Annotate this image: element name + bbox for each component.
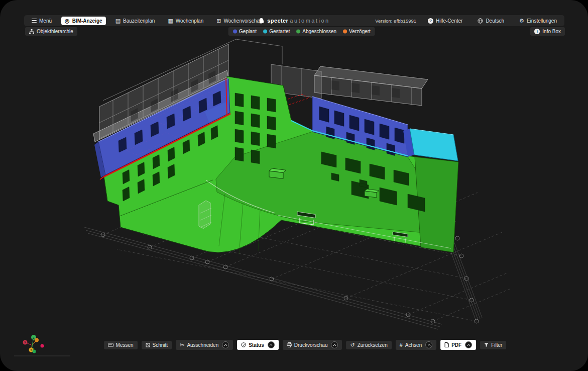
reset-button[interactable]: ↺ Zurücksetzen (346, 341, 391, 349)
menu-button[interactable]: Menü (28, 17, 55, 25)
object-hierarchy-button[interactable]: Objekthierarchie (25, 27, 77, 36)
section-button[interactable]: Schnitt (142, 341, 172, 349)
abgeschlossen-dot (296, 29, 300, 34)
chevron-up-icon (427, 344, 431, 346)
gizmo-orange-axis (35, 338, 39, 342)
filter-button[interactable]: Filter (480, 341, 506, 349)
legend-abgeschlossen: Abgeschlossen (296, 29, 336, 34)
wireframe-floors-right (314, 66, 428, 106)
chevron-up-icon (467, 344, 471, 346)
info-icon: i (534, 29, 540, 34)
bottom-toolbar: Messen Schnitt ✂ Ausschneiden Status (104, 340, 507, 350)
week-plan-icon: ▦ (168, 18, 173, 24)
section-icon (146, 343, 150, 347)
legend-geplant: Geplant (232, 29, 257, 34)
legend-gestartet: Gestartet (263, 29, 290, 34)
bim-viewport[interactable]: Z X Y (0, 0, 588, 371)
tab-wochenplan[interactable]: ▦ Wochenplan (164, 17, 207, 25)
reset-icon: ↺ (350, 342, 355, 348)
hierarchy-icon (29, 29, 34, 34)
settings-button[interactable]: ⚙ Einstellungen (516, 17, 560, 25)
axes-grid-icon: # (400, 342, 403, 348)
building-model[interactable] (93, 39, 458, 254)
tab-bim-anzeige[interactable]: ◎ BIM-Anzeige (61, 17, 106, 25)
print-expand-button[interactable] (331, 341, 338, 348)
version-label: Version: efbb15991 (375, 18, 416, 24)
verzoegert-dot (342, 29, 347, 34)
status-expand-button[interactable] (268, 341, 275, 348)
menu-icon (32, 19, 37, 23)
app-logo: specter automation (259, 18, 329, 24)
week-preview-icon: ⊞ (216, 18, 221, 24)
check-circle-icon (241, 342, 246, 347)
topbar: Menü ◎ BIM-Anzeige ▤ Bauzeitenplan ▦ Woc… (24, 15, 564, 26)
axes-button[interactable]: # Achsen (396, 340, 436, 350)
print-preview-button[interactable]: Druckvorschau (283, 340, 342, 350)
chevron-up-icon (224, 344, 227, 346)
legend-verzoegert: Verzögert (342, 29, 371, 34)
gear-icon: ⚙ (519, 18, 524, 24)
chevron-up-icon (269, 344, 273, 346)
cut-button[interactable]: ✂ Ausschneiden (176, 340, 233, 350)
main-nav: Menü ◎ BIM-Anzeige ▤ Bauzeitenplan ▦ Woc… (28, 17, 266, 25)
geplant-dot (232, 29, 237, 34)
measure-button[interactable]: Messen (104, 341, 138, 349)
help-icon: ? (428, 18, 433, 24)
gestartet-dot (263, 29, 267, 34)
gizmo-magenta-axis (41, 344, 44, 348)
pdf-button[interactable]: PDF (440, 340, 476, 350)
globe-icon (478, 18, 483, 24)
filter-icon (484, 343, 489, 347)
axis-gizmo[interactable]: Z X Y (23, 335, 44, 353)
language-button[interactable]: Deutsch (474, 17, 508, 25)
status-legend: Geplant Gestartet Abgeschlossen Verzöger… (228, 27, 375, 36)
axes-expand-button[interactable] (425, 341, 432, 348)
gizmo-green2-axis (33, 350, 36, 353)
info-box-button[interactable]: i Info Box (530, 27, 565, 36)
tab-wochenvorschau[interactable]: ⊞ Wochenvorschau (213, 17, 266, 25)
scissors-icon: ✂ (180, 342, 184, 348)
svg-text:Z: Z (33, 336, 34, 339)
chevron-up-icon (333, 344, 336, 346)
help-center-button[interactable]: ? Hilfe-Center (424, 17, 466, 25)
printer-icon (287, 342, 292, 347)
cut-expand-button[interactable] (222, 341, 229, 348)
topbar-right: Version: efbb15991 ? Hilfe-Center Deutsc… (375, 17, 560, 25)
bim-view-icon: ◎ (65, 18, 70, 24)
app-window: Z X Y Menü ◎ BIM-Anzeige ▤ Bauzeitenplan… (0, 0, 588, 371)
pdf-expand-button[interactable] (465, 341, 472, 348)
ghost-logo-icon (259, 18, 264, 24)
tab-bauzeitenplan[interactable]: ▤ Bauzeitenplan (112, 17, 159, 25)
status-button[interactable]: Status (237, 340, 279, 350)
schedule-icon: ▤ (115, 18, 121, 24)
ruler-icon (108, 343, 113, 347)
pdf-file-icon (444, 342, 449, 347)
